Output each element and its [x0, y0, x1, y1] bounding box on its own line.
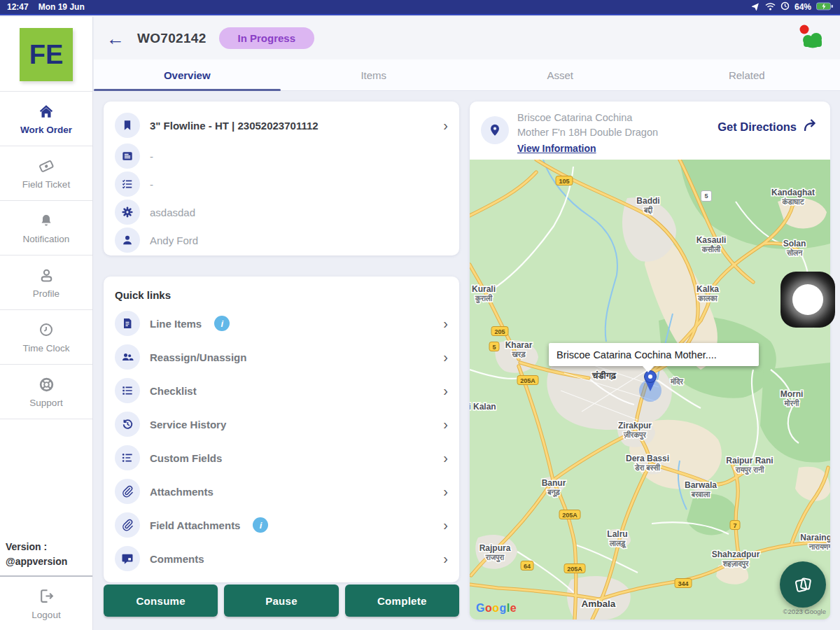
asset-title: 3" Flowline - HT | 23052023701112	[150, 120, 433, 132]
svg-text:चंडीगढ़: चंडीगढ़	[592, 370, 617, 381]
tab-related[interactable]: Related	[654, 59, 840, 90]
bookmark-icon	[115, 113, 140, 138]
quick-link-field-attachments[interactable]: Field Attachments i ›	[115, 508, 448, 542]
svg-text:कुराली: कुराली	[475, 293, 493, 304]
battery-charging-icon	[816, 2, 833, 13]
svg-text:205A: 205A	[562, 512, 578, 519]
detail-value: Andy Ford	[150, 234, 198, 246]
svg-text:Banur: Banur	[542, 478, 566, 488]
sidebar-item-label: Logout	[31, 610, 60, 620]
quick-link-checklist[interactable]: Checklist ›	[115, 374, 448, 407]
quick-link-custom-fields[interactable]: Custom Fields ›	[115, 441, 448, 475]
back-arrow-icon[interactable]: ←	[106, 29, 125, 48]
sidebar-item-field-ticket[interactable]: Field Ticket	[0, 146, 92, 201]
get-directions-button[interactable]: Get Directions	[718, 111, 819, 136]
sidebar-item-work-order[interactable]: Work Order	[0, 92, 92, 146]
marker-tooltip[interactable]: Briscoe Catarina Cochina Mother....	[549, 343, 759, 366]
sidebar-item-label: Time Clock	[22, 343, 69, 354]
quick-link-comments[interactable]: Comments ›	[115, 542, 448, 575]
svg-text:Shahzadpur: Shahzadpur	[712, 550, 760, 559]
info-icon[interactable]: i	[214, 316, 230, 331]
location-map-card: Briscoe Catarina Cochina Mother F'n 18H …	[470, 102, 830, 620]
google-logo: Google	[476, 602, 517, 615]
directions-arrow-icon	[802, 118, 819, 136]
ticket-icon	[37, 157, 55, 175]
chevron-right-icon: ›	[443, 552, 448, 566]
quick-link-label: Service History	[150, 419, 226, 430]
quick-link-attachments[interactable]: Attachments ›	[115, 475, 448, 508]
svg-text:Kharar: Kharar	[505, 340, 533, 350]
tab-items[interactable]: Items	[281, 59, 468, 90]
svg-text:शहज़ादपुर: शहज़ादपुर	[722, 559, 749, 569]
comment-icon	[115, 546, 140, 571]
view-information-link[interactable]: View Information	[517, 141, 596, 155]
svg-text:5: 5	[704, 192, 708, 200]
tab-asset[interactable]: Asset	[467, 59, 654, 90]
page-header: ← WO702142 In Progress	[94, 17, 840, 59]
gear-icon	[115, 200, 140, 225]
svg-text:Kalka: Kalka	[696, 284, 719, 294]
quick-link-line-items[interactable]: Line Items i ›	[115, 307, 448, 340]
work-order-details-card: 3" Flowline - HT | 23052023701112 › - - …	[104, 102, 459, 255]
clock-icon	[38, 321, 55, 339]
chevron-right-icon: ›	[443, 417, 448, 431]
sidebar-item-time-clock[interactable]: Time Clock	[0, 310, 92, 365]
asset-title-row[interactable]: 3" Flowline - HT | 23052023701112 ›	[115, 110, 448, 141]
svg-text:मोरनी: मोरनी	[784, 398, 799, 407]
sidebar-item-notification[interactable]: Notification	[0, 201, 92, 255]
svg-text:सोलन: सोलन	[786, 248, 803, 257]
history-icon	[115, 412, 140, 437]
svg-text:i Kalan: i Kalan	[470, 402, 496, 412]
sync-cloud-icon[interactable]	[795, 22, 827, 55]
person-icon	[115, 227, 140, 253]
chevron-right-icon: ›	[443, 451, 448, 465]
complete-button[interactable]: Complete	[345, 584, 459, 617]
svg-text:कालका: कालका	[697, 294, 718, 302]
svg-text:Kasauli: Kasauli	[696, 235, 727, 245]
screen-record-overlay-button[interactable]	[780, 272, 835, 328]
wifi-icon	[765, 2, 776, 13]
svg-text:344: 344	[678, 580, 688, 587]
svg-text:Solan: Solan	[783, 239, 806, 248]
address-line-1: Briscoe Catarina Cochina	[517, 111, 658, 125]
sidebar-item-logout[interactable]: Logout	[0, 577, 92, 630]
home-icon	[37, 102, 55, 120]
battery-percent: 64%	[794, 2, 811, 12]
status-badge: In Progress	[219, 27, 315, 49]
info-icon[interactable]: i	[253, 517, 268, 533]
lifebuoy-icon	[38, 375, 55, 393]
map-layers-fab[interactable]	[780, 561, 826, 608]
record-circle-icon	[792, 284, 823, 315]
quick-link-service-history[interactable]: Service History ›	[115, 407, 448, 441]
svg-text:Naraingarh: Naraingarh	[800, 533, 830, 542]
svg-text:नारायणगढ़: नारायणगढ़	[808, 542, 830, 551]
svg-text:ज़ीरकपुर: ज़ीरकपुर	[623, 430, 646, 440]
detail-row: Andy Ford	[115, 226, 448, 254]
google-map[interactable]: 105 5 205 5 205A 205A 205A 344 7 64 Badd…	[470, 160, 830, 620]
svg-text:बनूड़: बनूड़	[547, 488, 560, 498]
bell-icon	[38, 211, 55, 230]
paperclip-icon	[115, 512, 140, 538]
svg-text:Kurali: Kurali	[472, 284, 496, 294]
pause-button[interactable]: Pause	[224, 584, 338, 617]
tab-bar: Overview Items Asset Related	[94, 59, 840, 91]
action-button-bar: Consume Pause Complete	[104, 584, 459, 617]
consume-button[interactable]: Consume	[104, 584, 218, 617]
svg-text:105: 105	[559, 178, 569, 185]
paperclip-icon	[115, 479, 140, 504]
svg-text:डेरा बस्सी: डेरा बस्सी	[634, 463, 661, 472]
quick-link-reassign[interactable]: Reassign/Unassign ›	[115, 340, 448, 374]
tab-overview[interactable]: Overview	[94, 59, 281, 90]
sidebar-item-support[interactable]: Support	[0, 365, 92, 419]
card-list-icon	[115, 144, 140, 169]
svg-text:Lalru: Lalru	[607, 529, 627, 539]
map-canvas: 105 5 205 5 205A 205A 205A 344 7 64 Badd…	[470, 160, 830, 620]
sidebar-item-label: Work Order	[20, 125, 72, 135]
svg-text:Baddi: Baddi	[636, 196, 659, 206]
sidebar-item-profile[interactable]: Profile	[0, 255, 92, 310]
svg-text:205: 205	[494, 328, 505, 335]
chevron-right-icon: ›	[443, 316, 448, 330]
svg-text:मंदिर: मंदिर	[670, 377, 683, 386]
svg-text:Barwala: Barwala	[685, 480, 717, 490]
map-attribution: ©2023 Google	[783, 608, 826, 615]
